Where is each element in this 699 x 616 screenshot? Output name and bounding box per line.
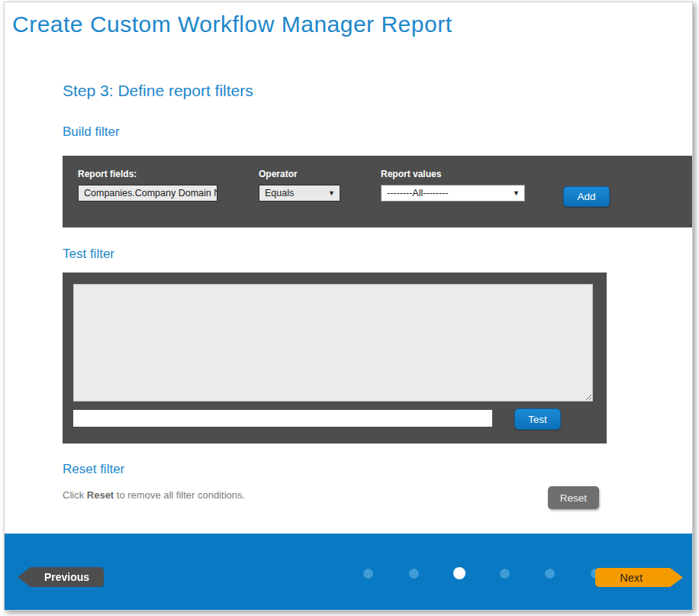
test-filter-heading: Test filter [63, 247, 114, 262]
step-indicator [363, 568, 601, 579]
chevron-down-icon: ▼ [328, 189, 335, 197]
test-button[interactable]: Test [514, 408, 561, 430]
report-values-label: Report values [381, 169, 525, 179]
build-filter-heading: Build filter [63, 124, 120, 140]
step-dot-2[interactable] [409, 569, 419, 579]
reset-button[interactable]: Reset [548, 486, 599, 509]
step-dot-4[interactable] [500, 569, 510, 579]
report-fields-label: Report fields: [78, 169, 217, 179]
test-filter-panel: Test [63, 273, 607, 443]
previous-button[interactable]: Previous [18, 567, 104, 587]
page-title: Create Custom Workflow Manager Report [12, 11, 453, 37]
step-heading: Step 3: Define report filters [63, 82, 253, 100]
add-button[interactable]: Add [563, 186, 610, 207]
chevron-down-icon: ▼ [513, 189, 520, 197]
report-values-selected-value: --------All-------- [387, 188, 449, 198]
report-values-select[interactable]: --------All-------- ▼ [381, 185, 525, 202]
operator-label: Operator [259, 169, 340, 179]
step-dot-3[interactable] [453, 567, 465, 579]
operator-group: Operator Equals ▼ [259, 169, 340, 202]
wizard-footer: Previous Next [5, 534, 692, 611]
operator-select[interactable]: Equals ▼ [259, 185, 340, 202]
test-filter-textarea[interactable] [73, 284, 593, 402]
reset-instruction-suffix: to remove all filter conditions. [114, 489, 245, 501]
reset-filter-heading: Reset filter [63, 462, 124, 477]
report-fields-group: Report fields: Companies.Company Domain … [78, 169, 217, 202]
step-dot-5[interactable] [545, 569, 555, 579]
reset-instruction: Click Reset to remove all filter conditi… [63, 489, 245, 501]
report-values-group: Report values --------All-------- ▼ [381, 169, 525, 202]
reset-instruction-prefix: Click [63, 489, 87, 501]
wizard-window: Create Custom Workflow Manager Report St… [4, 2, 693, 611]
build-filter-panel: Report fields: Companies.Company Domain … [63, 156, 693, 227]
report-fields-selected-value: Companies.Company Domain Na [84, 188, 217, 198]
operator-selected-value: Equals [265, 188, 294, 198]
next-button[interactable]: Next [595, 568, 683, 587]
reset-instruction-bold: Reset [87, 489, 114, 501]
report-fields-select[interactable]: Companies.Company Domain Na ▼ [78, 185, 217, 202]
test-value-input[interactable] [73, 410, 492, 427]
step-dot-1[interactable] [363, 569, 373, 579]
